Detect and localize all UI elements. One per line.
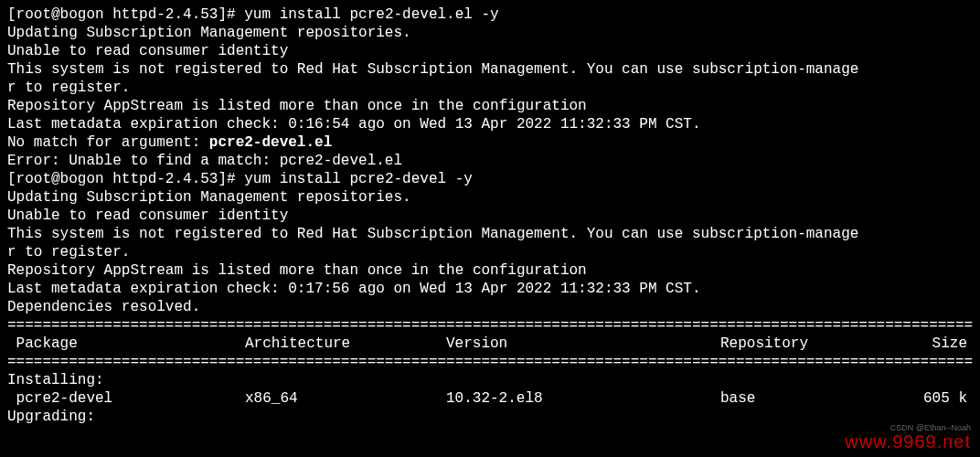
terminal-output: No match for argument: pcre2-devel.el: [7, 133, 973, 152]
terminal-output: Dependencies resolved.: [7, 298, 973, 316]
terminal-output: This system is not registered to Red Hat…: [7, 60, 973, 79]
cell-size: 605 k: [912, 389, 967, 408]
terminal-output: This system is not registered to Red Hat…: [7, 225, 973, 243]
terminal-output: r to register.: [7, 243, 973, 261]
terminal-line: [root@bogon httpd-2.4.53]# yum install p…: [7, 170, 973, 188]
terminal-output: Updating Subscription Management reposit…: [7, 188, 973, 207]
terminal-output: Last metadata expiration check: 0:16:54 …: [7, 115, 973, 133]
no-match-argument: pcre2-devel.el: [209, 134, 332, 151]
table-divider: ========================================…: [7, 353, 973, 371]
terminal-output: Last metadata expiration check: 0:17:56 …: [7, 280, 973, 298]
shell-prompt: [root@bogon httpd-2.4.53]#: [7, 171, 244, 187]
shell-prompt: [root@bogon httpd-2.4.53]#: [7, 6, 244, 23]
col-repository: Repository: [720, 335, 912, 353]
cell-version: 10.32-2.el8: [446, 389, 720, 408]
terminal-output: r to register.: [7, 79, 973, 97]
installing-section-label: Installing:: [7, 371, 973, 389]
watermark-url: www.9969.net: [845, 430, 971, 453]
table-header-row: PackageArchitectureVersionRepositorySize: [7, 335, 973, 353]
table-divider: ========================================…: [7, 316, 973, 335]
upgrading-section-label: Upgrading:: [7, 408, 973, 426]
cell-architecture: x86_64: [245, 389, 446, 408]
output-text: No match for argument:: [7, 134, 209, 151]
terminal-output: Repository AppStream is listed more than…: [7, 97, 973, 115]
col-size: Size: [912, 335, 967, 353]
terminal-output: Repository AppStream is listed more than…: [7, 261, 973, 280]
terminal-error: Error: Unable to find a match: pcre2-dev…: [7, 152, 973, 170]
terminal-output: Updating Subscription Management reposit…: [7, 24, 973, 42]
col-version: Version: [446, 335, 720, 353]
col-architecture: Architecture: [245, 335, 446, 353]
shell-command: yum install pcre2-devel -y: [244, 171, 473, 187]
shell-command: yum install pcre2-devel.el -y: [244, 6, 498, 23]
col-package: Package: [7, 335, 245, 353]
terminal-line: [root@bogon httpd-2.4.53]# yum install p…: [7, 5, 973, 24]
terminal-output: Unable to read consumer identity: [7, 207, 973, 225]
terminal-output: Unable to read consumer identity: [7, 42, 973, 60]
cell-repository: base: [720, 389, 912, 408]
package-row: pcre2-develx86_6410.32-2.el8base605 k: [7, 389, 973, 408]
cell-package: pcre2-devel: [7, 389, 245, 408]
